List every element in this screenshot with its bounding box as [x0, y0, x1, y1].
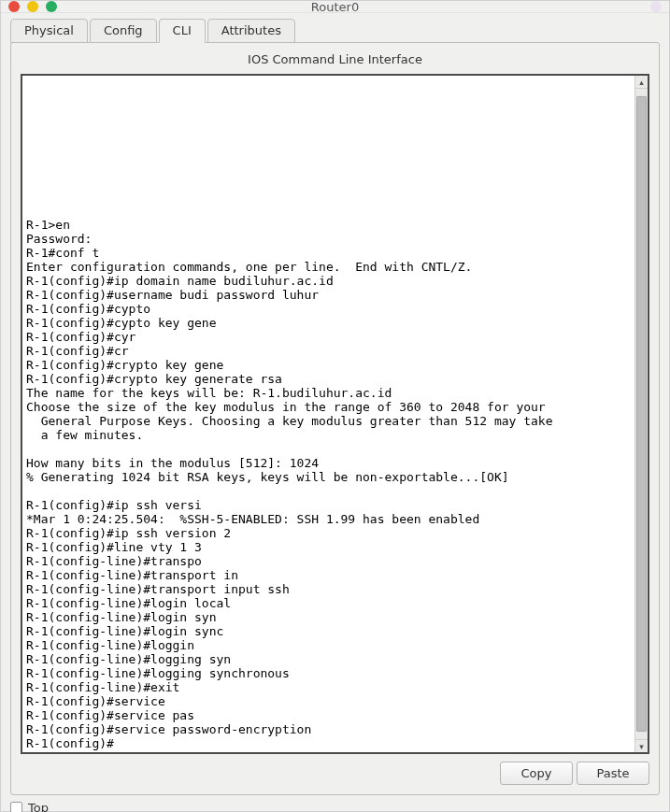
tab-cli[interactable]: CLI: [159, 19, 206, 43]
scrollbar[interactable]: ▴ ▾: [634, 76, 648, 752]
button-row: Copy Paste: [21, 762, 649, 785]
decor-dot-icon: [650, 1, 662, 12]
terminal-container: R-1>en Password: R-1#conf t Enter config…: [21, 74, 649, 754]
tab-attributes[interactable]: Attributes: [207, 19, 295, 43]
cli-panel: IOS Command Line Interface R-1>en Passwo…: [10, 42, 660, 795]
tab-physical[interactable]: Physical: [10, 19, 88, 43]
terminal-output[interactable]: R-1>en Password: R-1#conf t Enter config…: [22, 76, 634, 752]
top-checkbox[interactable]: [10, 802, 22, 812]
copy-button[interactable]: Copy: [500, 762, 573, 785]
window-controls: [8, 1, 57, 12]
tab-config[interactable]: Config: [90, 19, 157, 43]
window-title: Router0: [1, 0, 669, 14]
window-frame: Router0 Physical Config CLI Attributes I…: [0, 0, 670, 812]
panel-title: IOS Command Line Interface: [21, 52, 649, 66]
tab-bar: Physical Config CLI Attributes: [10, 19, 660, 43]
close-icon[interactable]: [8, 1, 20, 12]
paste-button[interactable]: Paste: [577, 762, 649, 785]
scroll-thumb[interactable]: [636, 96, 647, 733]
titlebar: Router0: [1, 1, 669, 13]
scroll-up-icon[interactable]: ▴: [635, 76, 648, 89]
bottom-bar: Top: [1, 801, 669, 812]
body-area: Physical Config CLI Attributes IOS Comma…: [1, 13, 669, 801]
scroll-down-icon[interactable]: ▾: [635, 739, 648, 752]
maximize-icon[interactable]: [46, 1, 57, 12]
top-label: Top: [28, 801, 49, 812]
minimize-icon[interactable]: [27, 1, 38, 12]
